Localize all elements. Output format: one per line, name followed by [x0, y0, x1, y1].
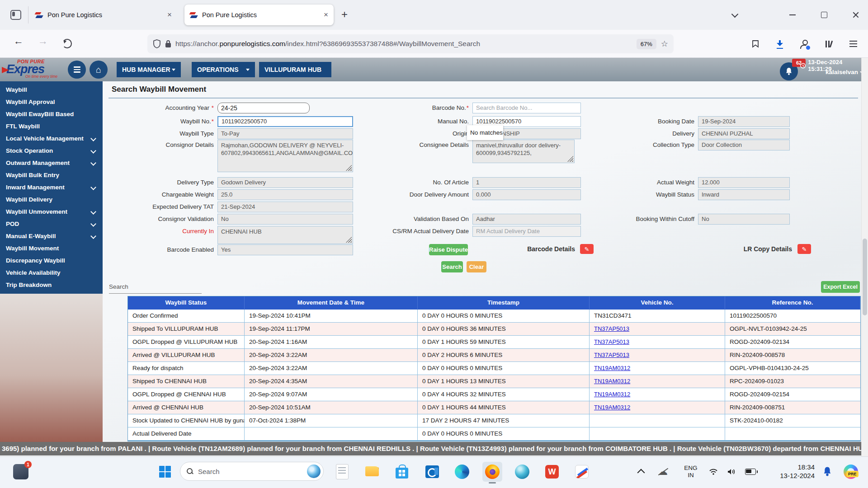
zoom-level-badge[interactable]: 67% [637, 39, 656, 49]
home-icon[interactable]: ⌂ [90, 61, 108, 79]
table-row: OGPL Dropped @ CHENNAI HUB 20-Sep-2024 9… [128, 388, 860, 401]
vehicle-link[interactable]: TN37AP5013 [594, 338, 629, 345]
outlook-icon[interactable] [422, 462, 442, 482]
column-header[interactable]: Waybill Status [128, 296, 245, 310]
vehicle-link[interactable]: TN19AM0312 [594, 378, 630, 385]
taskbar-clock[interactable]: 18:34 13-12-2024 [764, 463, 815, 480]
sidebar-item-waybill-bulk-entry[interactable]: Waybill Bulk Entry [0, 169, 103, 181]
sidebar-item-inward-management[interactable]: Inward Management [0, 181, 103, 193]
column-header[interactable]: Reference No. [725, 296, 860, 310]
globe-app-icon[interactable] [512, 462, 532, 482]
vehicle-link[interactable]: TN19AM0312 [594, 404, 630, 411]
tray-chevron-up-icon[interactable] [633, 462, 649, 482]
taskbar-search[interactable]: Search [180, 462, 324, 481]
vehicle-link[interactable]: TN37AP5013 [594, 352, 629, 358]
scrollbar-thumb[interactable] [863, 239, 867, 315]
tab-close-icon[interactable]: × [324, 11, 328, 19]
column-header[interactable]: Movement Date & Time [245, 296, 418, 310]
vehicle-link[interactable]: TN19AM0312 [594, 391, 630, 398]
file-explorer-icon[interactable] [362, 462, 382, 482]
notification-bell-tray-icon[interactable] [818, 462, 836, 482]
export-excel-button[interactable]: Export Excel [821, 281, 860, 293]
volume-icon[interactable] [723, 462, 740, 482]
wifi-icon[interactable] [705, 462, 722, 482]
booking-date-input: 19-Sep-2024 [698, 116, 790, 127]
firefox-icon[interactable] [482, 462, 502, 482]
villupuram-hub-button[interactable]: VILLUPURAM HUB [259, 62, 331, 77]
browser-tab-2-active[interactable]: Pon Pure Logistics × [184, 5, 334, 25]
sidebar-item-outward-management[interactable]: Outward Management [0, 157, 103, 169]
chevron-down-icon [90, 184, 96, 190]
wps-office-icon[interactable]: W [542, 462, 562, 482]
menu-icon[interactable] [847, 38, 859, 50]
column-header[interactable]: Timestamp [418, 296, 590, 310]
sidebar-item-waybill-ewaybill-based[interactable]: Waybill EwayBill Based [0, 108, 103, 120]
widget-badge: 1 [24, 461, 32, 468]
column-header[interactable]: Vehicle No. [590, 296, 725, 310]
raise-dispute-button[interactable]: Raise Dispute [429, 244, 468, 255]
onedrive-offline-icon[interactable]: ☁ [655, 462, 671, 482]
sidebar-item-waybill-unmovement[interactable]: Waybill Unmovement [0, 206, 103, 218]
accounting-year-select[interactable]: 24-25 [217, 103, 310, 113]
reload-icon[interactable] [62, 39, 72, 48]
notepad-icon[interactable] [332, 462, 352, 482]
lr-copy-details-label: LR Copy Details [714, 245, 792, 253]
copilot-icon[interactable]: PRE [840, 462, 862, 482]
sidebar-item-waybill-approval[interactable]: Waybill Approval [0, 96, 103, 108]
battery-icon[interactable] [741, 462, 760, 482]
operations-dropdown[interactable]: OPERATIONS [192, 62, 255, 77]
new-tab-button[interactable]: + [341, 8, 348, 21]
sidebar-item-waybill-movement[interactable]: Waybill Movement [0, 242, 103, 254]
sidebar-item-waybill-delivery[interactable]: Waybill Delivery [0, 193, 103, 206]
table-search-input[interactable]: Search [109, 283, 128, 290]
back-icon[interactable]: ← [14, 35, 24, 47]
vertical-scrollbar[interactable] [861, 58, 868, 456]
pen-tool-icon[interactable] [572, 462, 592, 482]
sidebar-item-pod[interactable]: POD [0, 218, 103, 230]
barcode-no-input[interactable]: Search Barcode No... [472, 103, 581, 113]
shield-icon[interactable] [153, 39, 161, 48]
clear-button[interactable]: Clear [467, 261, 486, 272]
sidebar-item-waybill[interactable]: Waybill [0, 84, 103, 96]
minimize-button[interactable] [785, 7, 800, 23]
waybill-no-input[interactable]: 10119022500570 [217, 116, 353, 127]
account-icon[interactable] [798, 38, 810, 50]
sidebar-item-ftl-waybill[interactable]: FTL Waybill [0, 120, 103, 132]
download-icon[interactable] [774, 38, 786, 50]
sidebar-item-trip-breakdown[interactable]: Trip Breakdown [0, 279, 103, 291]
search-highlight-image[interactable] [307, 465, 321, 478]
firefox-view-icon[interactable] [8, 7, 24, 23]
maximize-button[interactable] [816, 7, 832, 23]
user-menu[interactable]: kalaiselvan [800, 69, 864, 75]
browser-tab-1[interactable]: Pon Pure Logistics × [30, 5, 177, 25]
start-button[interactable] [155, 462, 175, 482]
close-button[interactable] [848, 7, 863, 23]
sidebar-item-stock-operation[interactable]: Stock Operation [0, 145, 103, 157]
edge-icon[interactable] [452, 462, 472, 482]
sidebar-item-vehicle-availability[interactable]: Vehicle Availability [0, 267, 103, 279]
pocket-icon[interactable] [750, 38, 761, 50]
chargeable-weight-input: 25.0 [217, 189, 353, 200]
tab-close-icon[interactable]: × [167, 11, 172, 19]
vehicle-link[interactable]: TN37AP5013 [594, 325, 629, 332]
sidebar-item-manual-e-waybill[interactable]: Manual E-Waybill [0, 230, 103, 242]
widgets-icon[interactable]: 1 [11, 462, 31, 482]
hub-manager-dropdown[interactable]: HUB MANAGER [117, 62, 181, 77]
sidebar-item-local-vehicle-management[interactable]: Local Vehicle Management [0, 132, 103, 145]
bookmark-star-icon[interactable]: ☆ [661, 39, 668, 49]
barcode-details-edit-icon[interactable]: ✎ [580, 244, 594, 254]
table-search-underline [109, 293, 202, 294]
url-bar[interactable]: https://anchor.ponpurelogistics.com/inde… [147, 34, 674, 53]
vehicle-link[interactable]: TN19AM0312 [594, 365, 630, 371]
lr-copy-details-edit-icon[interactable]: ✎ [797, 244, 811, 254]
forward-icon[interactable]: → [38, 35, 48, 47]
search-button[interactable]: Search [441, 261, 463, 272]
lock-icon[interactable] [165, 43, 171, 47]
hamburger-menu-icon[interactable] [68, 61, 86, 79]
sidebar-item-discrepancy-waybill[interactable]: Discrepancy Waybill [0, 254, 103, 267]
language-indicator[interactable]: ENGIN [681, 462, 701, 482]
library-icon[interactable] [823, 38, 835, 50]
microsoft-store-icon[interactable] [392, 462, 412, 482]
list-tabs-icon[interactable] [727, 7, 742, 23]
table-row: Ready for dispatch 20-Sep-2024 3:22AM 0 … [128, 362, 860, 375]
